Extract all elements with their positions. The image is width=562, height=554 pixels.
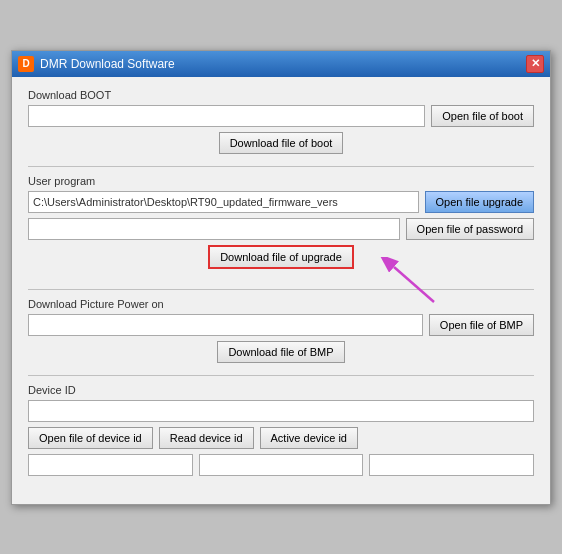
boot-row: Open file of boot [28, 105, 534, 127]
titlebar: D DMR Download Software ✕ [12, 51, 550, 77]
download-boot-center: Download file of boot [28, 132, 534, 154]
window-title: DMR Download Software [40, 57, 175, 71]
open-upgrade-button[interactable]: Open file upgrade [425, 191, 534, 213]
download-bmp-button[interactable]: Download file of BMP [217, 341, 344, 363]
open-bmp-button[interactable]: Open file of BMP [429, 314, 534, 336]
picture-power-label: Download Picture Power on [28, 298, 534, 310]
titlebar-left: D DMR Download Software [18, 56, 175, 72]
user-program-section: User program Open file upgrade Open file… [28, 175, 534, 269]
divider-1 [28, 166, 534, 167]
device-bottom-input-3[interactable] [369, 454, 534, 476]
bmp-input[interactable] [28, 314, 423, 336]
device-id-input[interactable] [28, 400, 534, 422]
divider-3 [28, 375, 534, 376]
active-device-id-button[interactable]: Active device id [260, 427, 358, 449]
app-icon: D [18, 56, 34, 72]
download-boot-button[interactable]: Download file of boot [219, 132, 344, 154]
open-boot-button[interactable]: Open file of boot [431, 105, 534, 127]
content-area: Download BOOT Open file of boot Download… [12, 77, 550, 504]
main-window: D DMR Download Software ✕ Download BOOT … [11, 50, 551, 505]
upgrade-path-input[interactable] [28, 191, 419, 213]
boot-section: Download BOOT Open file of boot Download… [28, 89, 534, 154]
device-id-input-row [28, 400, 534, 422]
boot-section-label: Download BOOT [28, 89, 534, 101]
download-bmp-center: Download file of BMP [28, 341, 534, 363]
device-buttons-row: Open file of device id Read device id Ac… [28, 427, 534, 449]
password-input[interactable] [28, 218, 400, 240]
device-bottom-input-1[interactable] [28, 454, 193, 476]
download-upgrade-center: Download file of upgrade [28, 245, 534, 269]
svg-line-1 [394, 267, 434, 302]
device-bottom-input-2[interactable] [199, 454, 364, 476]
open-device-id-button[interactable]: Open file of device id [28, 427, 153, 449]
read-device-id-button[interactable]: Read device id [159, 427, 254, 449]
bmp-row: Open file of BMP [28, 314, 534, 336]
open-password-button[interactable]: Open file of password [406, 218, 534, 240]
device-id-label: Device ID [28, 384, 534, 396]
divider-2 [28, 289, 534, 290]
picture-power-section: Download Picture Power on Open file of B… [28, 298, 534, 363]
upgrade-path-row: Open file upgrade [28, 191, 534, 213]
close-button[interactable]: ✕ [526, 55, 544, 73]
download-upgrade-button[interactable]: Download file of upgrade [208, 245, 354, 269]
user-program-label: User program [28, 175, 534, 187]
device-bottom-row [28, 454, 534, 476]
device-id-section: Device ID Open file of device id Read de… [28, 384, 534, 476]
boot-input[interactable] [28, 105, 425, 127]
password-row: Open file of password [28, 218, 534, 240]
